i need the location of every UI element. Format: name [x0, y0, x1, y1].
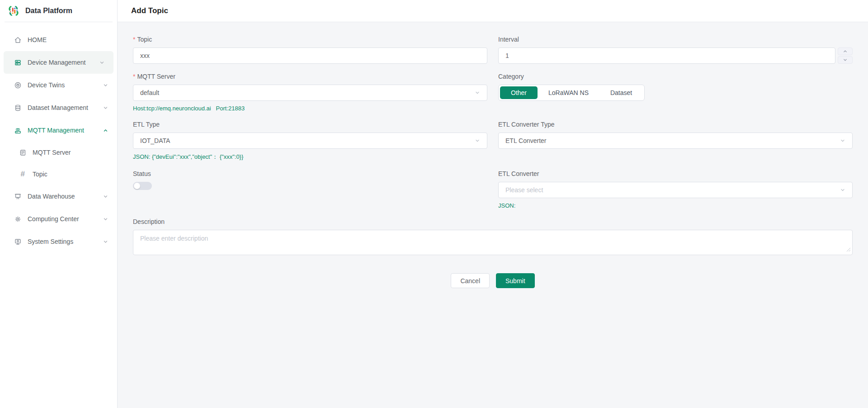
sidebar-item-label: HOME	[28, 36, 47, 43]
etl-converter-select[interactable]: Please select	[498, 182, 853, 198]
interval-label: Interval	[498, 36, 853, 43]
chevron-down-icon	[103, 239, 108, 244]
etl-type-label: ETL Type	[133, 121, 487, 128]
etl-converter-label: ETL Converter	[498, 170, 853, 177]
submit-button[interactable]: Submit	[496, 273, 535, 288]
chevron-down-icon	[99, 60, 104, 65]
mqtt-management-icon	[14, 126, 22, 134]
device-twins-icon	[14, 81, 22, 89]
topic-input[interactable]	[133, 47, 487, 64]
interval-field: Interval	[498, 36, 853, 64]
category-option-lorawan-ns[interactable]: LoRaWAN NS	[538, 86, 599, 99]
mqtt-server-label: * MQTT Server	[133, 73, 487, 80]
etl-type-select[interactable]: IOT_DATA	[133, 133, 487, 149]
sidebar-item-dataset-management[interactable]: Dataset Management	[0, 96, 117, 119]
form-actions: Cancel Submit	[133, 273, 853, 288]
category-option-dataset[interactable]: Dataset	[599, 86, 643, 99]
sidebar-item-data-warehouse[interactable]: Data Warehouse	[0, 185, 117, 208]
chevron-down-icon	[103, 217, 108, 222]
etl-converter-type-select[interactable]: ETL Converter	[498, 133, 853, 149]
chevron-down-icon	[475, 90, 480, 95]
device-management-icon	[14, 58, 22, 66]
sidebar-item-topic[interactable]: # Topic	[0, 163, 117, 185]
main-content: Add Topic * Topic Interval	[118, 0, 868, 408]
topic-field: * Topic	[133, 36, 487, 64]
status-toggle[interactable]	[133, 182, 152, 190]
sidebar-item-home[interactable]: HOME	[0, 28, 117, 51]
etl-type-field: ETL Type IOT_DATA JSON: {"devEui":"xxx",…	[133, 121, 487, 161]
etl-converter-field: ETL Converter Please select JSON:	[498, 170, 853, 209]
sidebar-item-label: Device Management	[28, 59, 85, 66]
sidebar-item-computing-center[interactable]: Computing Center	[0, 208, 117, 230]
sidebar-item-device-twins[interactable]: Device Twins	[0, 74, 117, 96]
etl-type-value: IOT_DATA	[140, 137, 170, 144]
sidebar-item-label: Device Twins	[28, 81, 65, 89]
app-logo-icon	[6, 4, 21, 18]
required-asterisk: *	[133, 36, 135, 43]
sidebar: Data Platform HOME Device Management	[0, 0, 118, 408]
stepper-up-button[interactable]	[838, 47, 853, 55]
page-title: Add Topic	[131, 6, 168, 15]
sidebar-item-mqtt-server[interactable]: MQTT Server	[0, 142, 117, 163]
category-segmented-control: Other LoRaWAN NS Dataset	[498, 85, 645, 101]
mqtt-server-select[interactable]: default	[133, 85, 487, 101]
system-settings-icon	[14, 237, 22, 246]
data-warehouse-icon	[14, 192, 22, 200]
mqtt-server-field: * MQTT Server default Host:tcp://emq.neu…	[133, 73, 487, 112]
chevron-down-icon	[475, 138, 480, 143]
chevron-down-icon	[103, 105, 108, 110]
sidebar-item-device-management[interactable]: Device Management	[4, 51, 113, 74]
sidebar-item-label: Data Warehouse	[28, 193, 75, 200]
etl-converter-placeholder: Please select	[505, 186, 543, 194]
cancel-button[interactable]: Cancel	[451, 273, 490, 288]
chevron-down-icon	[103, 83, 108, 88]
sidebar-item-system-settings[interactable]: System Settings	[0, 230, 117, 253]
sidebar-item-mqtt-management[interactable]: MQTT Management	[0, 119, 117, 142]
mqtt-server-host-hint: Host:tcp://emq.neuroncloud.ai Port:21883	[133, 105, 487, 112]
etl-type-json-hint: JSON: {"devEui":"xxx","object"： {"xxx":0…	[133, 153, 487, 161]
status-label: Status	[133, 170, 487, 177]
category-option-other[interactable]: Other	[500, 86, 538, 99]
computing-center-icon	[14, 215, 22, 223]
chevron-down-icon	[840, 138, 845, 143]
etl-converter-type-field: ETL Converter Type ETL Converter	[498, 121, 853, 161]
category-label: Category	[498, 73, 853, 80]
toggle-knob	[134, 183, 140, 189]
home-icon	[14, 36, 22, 44]
etl-converter-json-hint: JSON:	[498, 202, 853, 209]
status-field: Status	[133, 170, 487, 209]
stepper-down-button[interactable]	[838, 56, 853, 64]
app-title: Data Platform	[25, 7, 72, 15]
interval-stepper	[838, 47, 853, 64]
sidebar-menu: HOME Device Management Device Twins	[0, 22, 117, 253]
mqtt-server-value: default	[140, 89, 159, 96]
required-asterisk: *	[133, 73, 135, 80]
interval-input[interactable]	[498, 47, 835, 64]
sidebar-item-label: System Settings	[28, 238, 73, 245]
hash-icon: #	[19, 170, 27, 178]
chevron-down-icon	[103, 194, 108, 199]
add-topic-form: * Topic Interval	[118, 22, 868, 288]
description-field: Description	[133, 218, 853, 257]
mqtt-server-icon	[19, 148, 27, 157]
sidebar-item-label: MQTT Management	[28, 127, 84, 134]
category-field: Category Other LoRaWAN NS Dataset	[498, 73, 853, 112]
sidebar-item-label: Dataset Management	[28, 104, 88, 111]
dataset-management-icon	[14, 104, 22, 112]
etl-converter-type-label: ETL Converter Type	[498, 121, 853, 128]
sidebar-item-label: Computing Center	[28, 215, 79, 223]
topic-label: * Topic	[133, 36, 487, 43]
page-header: Add Topic	[118, 0, 868, 22]
description-label: Description	[133, 218, 853, 225]
chevron-down-icon	[840, 187, 845, 193]
sidebar-item-label: Topic	[33, 171, 47, 178]
app-logo-row: Data Platform	[0, 0, 117, 22]
chevron-up-icon	[103, 128, 108, 133]
sidebar-item-label: MQTT Server	[33, 149, 71, 156]
resize-handle-icon[interactable]	[846, 246, 851, 254]
etl-converter-type-value: ETL Converter	[505, 137, 547, 144]
description-textarea[interactable]	[133, 230, 853, 255]
